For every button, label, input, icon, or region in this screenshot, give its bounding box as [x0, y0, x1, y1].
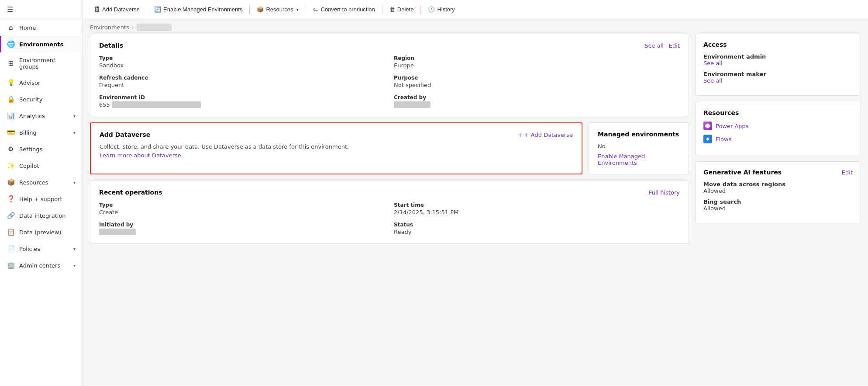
breadcrumb-parent-link[interactable]: Environments — [90, 24, 129, 31]
enable-managed-environments-button[interactable]: 🔄 Enable Managed Environments — [150, 3, 247, 15]
resources-right-card: Resources Power Apps Flows — [695, 102, 861, 155]
toolbar-separator-3 — [306, 5, 306, 14]
managed-environments-title: Managed environments — [598, 131, 680, 138]
detail-env-id-label: Environment ID — [99, 94, 385, 101]
ops-initiated-by-value: ████████ — [99, 229, 385, 235]
svg-marker-0 — [705, 123, 710, 129]
resources-button[interactable]: 📦 Resources ▾ — [252, 3, 303, 15]
toolbar-separator-5 — [420, 5, 421, 14]
analytics-icon: 📊 — [7, 112, 15, 120]
delete-button[interactable]: 🗑 Delete — [385, 3, 418, 15]
sidebar-item-label: Admin centers — [19, 262, 69, 269]
sidebar-item-environments[interactable]: 🌐 Environments — [0, 36, 83, 52]
add-dataverse-button[interactable]: 🗄 Add Dataverse — [90, 3, 144, 15]
detail-type: Type Sandbox — [99, 55, 385, 69]
policies-icon: 📄 — [7, 245, 15, 253]
enable-managed-environments-link[interactable]: Enable Managed Environments — [598, 153, 645, 166]
content-right: Access Environment admin See all Environ… — [695, 34, 861, 379]
ai-move-data-label: Move data across regions — [703, 181, 853, 188]
ops-status-label: Status — [394, 222, 680, 228]
chevron-down-icon: ▾ — [73, 114, 76, 118]
sidebar-item-environment-groups[interactable]: ⊞ Environment groups — [0, 52, 83, 74]
detail-env-id-value: 655 ████████████████████ — [99, 101, 385, 108]
sidebar-item-label: Data integration — [19, 212, 76, 219]
ai-move-data: Move data across regions Allowed — [703, 181, 853, 194]
content-area: Details See all Edit Type Sandbox Region… — [83, 34, 868, 386]
sidebar-item-billing[interactable]: 💳 Billing ▾ — [0, 124, 83, 141]
delete-label: Delete — [397, 6, 414, 13]
power-apps-link[interactable]: Power Apps — [716, 123, 749, 129]
sidebar-item-label: Advisor — [19, 80, 76, 86]
recent-ops-grid: Type Create Start time 2/14/2025, 3:15:5… — [99, 202, 680, 235]
details-card-actions: See all Edit — [644, 42, 680, 49]
power-apps-icon — [703, 122, 712, 130]
sidebar-item-label: Help + support — [19, 196, 76, 202]
detail-created-by-value: ████████ — [394, 101, 680, 108]
ops-start-time-label: Start time — [394, 202, 680, 208]
sidebar-item-advisor[interactable]: 💡 Advisor — [0, 74, 83, 91]
learn-more-link[interactable]: Learn more about Dataverse. — [100, 152, 183, 159]
detail-refresh-cadence: Refresh cadence Frequent — [99, 75, 385, 88]
detail-purpose: Purpose Not specified — [394, 75, 680, 88]
toolbar-separator-4 — [382, 5, 382, 14]
breadcrumb-separator: › — [132, 24, 134, 31]
chevron-down-icon: ▾ — [73, 247, 76, 251]
environment-groups-icon: ⊞ — [7, 59, 15, 67]
details-edit-link[interactable]: Edit — [669, 42, 680, 49]
data-preview-icon: 📋 — [7, 228, 15, 236]
generative-ai-title: Generative AI features — [703, 169, 782, 176]
sidebar-item-analytics[interactable]: 📊 Analytics ▾ — [0, 108, 83, 124]
history-button[interactable]: 🕐 History — [424, 3, 459, 15]
generative-ai-edit-link[interactable]: Edit — [842, 169, 853, 176]
sidebar-header: ☰ — [0, 0, 83, 19]
add-dataverse-title: Add Dataverse — [100, 131, 150, 138]
recent-ops-title: Recent operations — [99, 189, 162, 196]
flows-resource[interactable]: Flows — [703, 135, 853, 143]
convert-to-production-button[interactable]: 🏷 Convert to production — [309, 3, 379, 15]
environment-maker-label: Environment maker — [703, 71, 853, 77]
resources-toolbar-icon: 📦 — [257, 6, 264, 13]
add-dataverse-link[interactable]: + + Add Dataverse — [518, 132, 573, 138]
admin-centers-icon: 🏢 — [7, 261, 15, 269]
middle-row: Add Dataverse + + Add Dataverse Collect,… — [90, 122, 689, 174]
breadcrumb: Environments › — [83, 19, 868, 34]
detail-region-label: Region — [394, 55, 680, 61]
details-see-all-link[interactable]: See all — [644, 42, 664, 49]
full-history-link[interactable]: Full history — [649, 189, 680, 196]
ops-status: Status Ready — [394, 222, 680, 235]
ops-type-label: Type — [99, 202, 385, 208]
sidebar-item-resources[interactable]: 📦 Resources ▾ — [0, 174, 83, 191]
power-apps-resource[interactable]: Power Apps — [703, 122, 853, 130]
detail-region-value: Europe — [394, 62, 680, 69]
convert-label: Convert to production — [321, 6, 375, 13]
detail-type-label: Type — [99, 55, 385, 61]
details-card: Details See all Edit Type Sandbox Region… — [90, 34, 689, 116]
sidebar-item-data-preview[interactable]: 📋 Data (preview) — [0, 224, 83, 240]
detail-refresh-value: Frequent — [99, 82, 385, 88]
sidebar-item-data-integration[interactable]: 🔗 Data integration — [0, 207, 83, 224]
history-label: History — [437, 6, 455, 13]
sidebar-item-policies[interactable]: 📄 Policies ▾ — [0, 240, 83, 257]
sidebar-item-settings[interactable]: ⚙ Settings — [0, 141, 83, 157]
sidebar-item-help-support[interactable]: ❓ Help + support — [0, 191, 83, 207]
recent-operations-card: Recent operations Full history Type Crea… — [90, 181, 689, 243]
sidebar-item-admin-centers[interactable]: 🏢 Admin centers ▾ — [0, 257, 83, 274]
sidebar-item-home[interactable]: ⌂ Home — [0, 19, 83, 36]
enable-managed-label: Enable Managed Environments — [163, 6, 242, 13]
managed-status: No — [598, 143, 680, 150]
sidebar-item-copilot[interactable]: ✨ Copilot — [0, 157, 83, 174]
sidebar-item-security[interactable]: 🔒 Security — [0, 91, 83, 108]
detail-environment-id: Environment ID 655 ████████████████████ — [99, 94, 385, 108]
environment-admin-see-all-link[interactable]: See all — [703, 60, 723, 66]
delete-icon: 🗑 — [389, 6, 395, 13]
generative-ai-card: Generative AI features Edit Move data ac… — [695, 161, 861, 223]
security-icon: 🔒 — [7, 95, 15, 103]
flows-link[interactable]: Flows — [716, 136, 731, 143]
environment-maker-see-all-link[interactable]: See all — [703, 77, 723, 84]
environment-admin-label: Environment admin — [703, 53, 853, 60]
add-dataverse-icon: 🗄 — [94, 6, 100, 13]
hamburger-icon[interactable]: ☰ — [7, 5, 13, 14]
chevron-down-icon: ▾ — [73, 130, 76, 135]
settings-icon: ⚙ — [7, 145, 15, 153]
history-icon: 🕐 — [428, 6, 435, 13]
